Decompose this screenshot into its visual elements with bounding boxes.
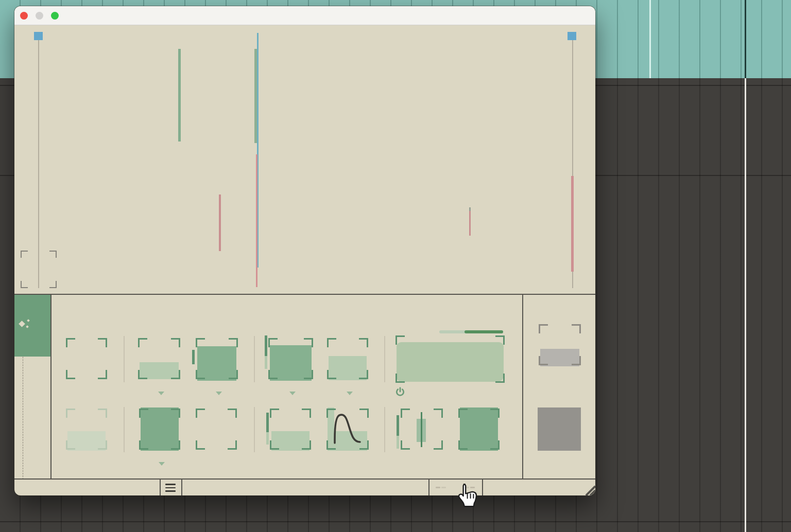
grid-label	[122, 458, 198, 469]
grid-control[interactable]	[139, 409, 180, 450]
length-mod-indicator	[265, 335, 267, 369]
screen	[0, 0, 791, 532]
selection-start-handle[interactable]	[34, 32, 43, 40]
dropdown-arrow-icon	[347, 392, 353, 395]
daw-track-divider	[0, 521, 791, 522]
snap-control[interactable]	[196, 409, 237, 450]
daw-marker-line	[745, 0, 746, 78]
footer-divider	[160, 480, 161, 495]
rate-label	[178, 387, 255, 399]
sparkle-icon	[19, 321, 25, 327]
corner-stripes-icon	[580, 480, 595, 495]
selection-start-line	[38, 32, 39, 288]
title-bar[interactable]	[14, 6, 595, 25]
tab-voice-3[interactable]	[14, 418, 50, 480]
spread-control[interactable]	[401, 409, 443, 450]
filter-control[interactable]	[396, 335, 505, 383]
grain-marker-pink	[571, 176, 574, 272]
mod-button[interactable]	[14, 480, 160, 495]
plugin-window	[14, 6, 595, 495]
pitch-control[interactable]	[327, 338, 368, 379]
dropdown-arrow-icon	[159, 462, 165, 466]
spread-mod-indicator	[397, 415, 399, 449]
sparkle-dot	[27, 319, 30, 322]
dropdown-arrow-icon	[216, 392, 222, 395]
sparkle-dot	[26, 325, 29, 328]
preset-next-button[interactable]	[411, 480, 423, 495]
grain-marker-pink	[219, 194, 221, 251]
daw-marker-line-lower	[745, 78, 746, 532]
filter-spectrum	[397, 342, 504, 382]
preset-name[interactable]	[200, 480, 408, 495]
filter-mix-slider[interactable]	[439, 330, 503, 333]
daw-playhead-light	[649, 0, 651, 78]
out-gain-control[interactable]	[539, 324, 581, 365]
reverse-control[interactable]	[270, 409, 311, 450]
mode-control[interactable]	[66, 338, 107, 379]
filter-power-icon[interactable]	[394, 386, 406, 398]
selection-end-handle[interactable]	[568, 32, 576, 40]
dropdown-arrow-icon	[289, 392, 296, 395]
rate-mod-indicator	[192, 350, 195, 364]
section-separator	[384, 336, 385, 382]
footer-bar	[14, 478, 595, 495]
tab-voice-2[interactable]	[14, 357, 50, 418]
menu-button[interactable]	[165, 484, 176, 494]
section-separator	[254, 407, 255, 452]
dropdown-arrow-icon	[158, 392, 164, 395]
section-separator	[384, 407, 385, 452]
offset-control[interactable]	[138, 338, 180, 379]
window-title	[14, 6, 595, 25]
shape-control[interactable]	[326, 409, 369, 450]
section-separator	[124, 407, 125, 452]
footer-divider	[181, 480, 182, 495]
rate-control[interactable]	[196, 338, 238, 379]
mix-fill	[538, 407, 581, 451]
sample-waveform	[14, 25, 595, 294]
mix-control[interactable]	[538, 407, 581, 451]
pitch-label	[309, 387, 386, 399]
master-column-divider	[522, 295, 523, 480]
controls-panel	[14, 294, 595, 478]
speed-control[interactable]	[66, 409, 107, 450]
grain-marker	[178, 49, 181, 141]
grain-marker-pink	[469, 211, 471, 236]
tab-voice-1[interactable]	[14, 295, 50, 357]
reverse-mod-indicator	[266, 413, 269, 445]
spread-center-line	[421, 412, 422, 447]
freeze-button[interactable]	[21, 251, 57, 288]
mouse-cursor-pointer	[455, 483, 479, 509]
brand-link[interactable]	[482, 480, 585, 495]
grain-gain-control[interactable]	[458, 409, 500, 450]
voice-tabs-sidebar	[14, 295, 51, 480]
section-separator	[124, 336, 125, 382]
length-control[interactable]	[268, 338, 313, 379]
waveform-display[interactable]	[14, 25, 595, 294]
section-separator	[254, 336, 255, 382]
grain-tail-marker	[256, 154, 257, 287]
filter-mix-slider-fill	[465, 330, 503, 333]
preset-prev-button[interactable]	[187, 480, 200, 495]
